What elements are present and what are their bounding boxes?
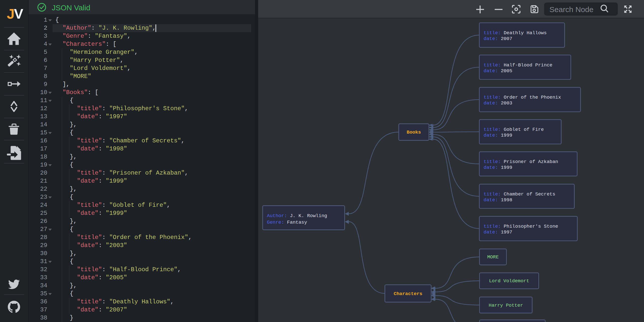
svg-text:MORE: MORE	[487, 254, 499, 260]
svg-text:date: 2003: date: 2003	[484, 100, 512, 106]
svg-text:Books: Books	[407, 130, 421, 135]
svg-text:Lord Voldemort: Lord Voldemort	[489, 278, 529, 284]
svg-text:Genre: Fantasy: Genre: Fantasy	[267, 220, 307, 225]
svg-text:Harry Potter: Harry Potter	[489, 303, 523, 308]
svg-text:Author: J. K. Rowling: Author: J. K. Rowling	[267, 213, 327, 219]
svg-text:title: Prisoner of Azkaban: title: Prisoner of Azkaban	[484, 159, 558, 165]
svg-text:title: Half-Blood Prince: title: Half-Blood Prince	[484, 62, 552, 68]
svg-text:date: 1998: date: 1998	[484, 197, 512, 203]
svg-text:date: 1997: date: 1997	[484, 229, 512, 235]
svg-text:date: 2007: date: 2007	[484, 36, 512, 42]
svg-text:title: Chamber of Secrets: title: Chamber of Secrets	[484, 191, 555, 197]
svg-text:date: 1999: date: 1999	[484, 165, 512, 170]
svg-text:title: Goblet of Fire: title: Goblet of Fire	[484, 127, 544, 132]
svg-text:title: Deathly Hallows: title: Deathly Hallows	[484, 30, 547, 36]
svg-text:date: 2005: date: 2005	[484, 68, 512, 74]
svg-text:date: 1999: date: 1999	[484, 133, 512, 138]
svg-text:title: Order of the Phoenix: title: Order of the Phoenix	[484, 95, 561, 100]
svg-text:title: Philosopher's Stone: title: Philosopher's Stone	[484, 224, 558, 229]
svg-text:Characters: Characters	[394, 291, 422, 297]
